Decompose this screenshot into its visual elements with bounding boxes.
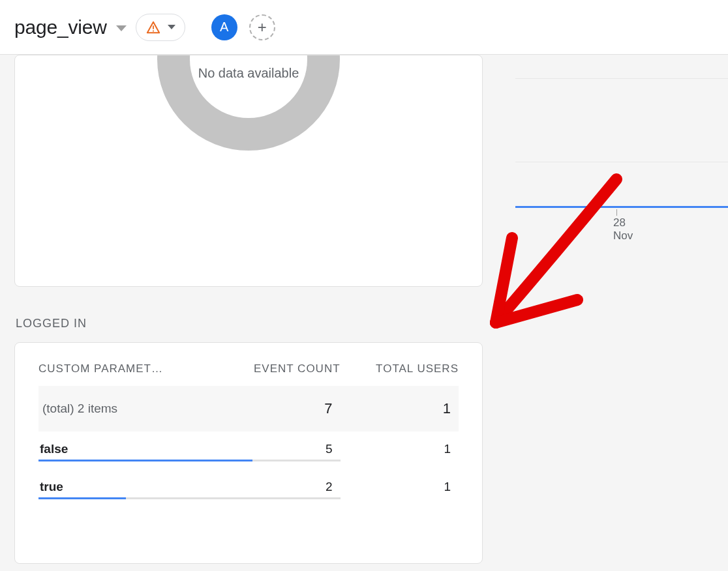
chevron-down-icon bbox=[116, 25, 127, 31]
row-label: false bbox=[38, 432, 217, 458]
donut-card: No data available bbox=[14, 55, 483, 287]
row-bar-fill bbox=[38, 497, 126, 499]
svg-rect-0 bbox=[153, 25, 154, 29]
chevron-down-icon bbox=[168, 25, 175, 29]
col-header-total-users[interactable]: TOTAL USERS bbox=[341, 362, 459, 386]
audience-badge[interactable]: A bbox=[211, 14, 237, 40]
table-totals-row: (total) 2 items 7 1 bbox=[38, 386, 459, 432]
table-row-bar bbox=[38, 458, 459, 469]
row-bar-track bbox=[38, 497, 341, 499]
logged-in-card: CUSTOM PARAMET… EVENT COUNT TOTAL USERS … bbox=[14, 342, 483, 564]
row-bar-track bbox=[38, 460, 341, 461]
trend-card: 28 Nov bbox=[483, 55, 728, 564]
col-header-event-count[interactable]: EVENT COUNT bbox=[217, 362, 341, 386]
svg-rect-1 bbox=[153, 30, 154, 31]
table-row[interactable]: false 5 1 bbox=[38, 432, 459, 458]
page-header: page_view A + bbox=[0, 0, 728, 55]
plus-icon: + bbox=[258, 20, 267, 35]
row-event-count: 5 bbox=[217, 432, 341, 458]
audience-badge-letter: A bbox=[220, 20, 228, 35]
event-name: page_view bbox=[14, 16, 107, 38]
table-row[interactable]: true 2 1 bbox=[38, 469, 459, 495]
row-total-users: 1 bbox=[341, 432, 459, 458]
totals-total-users: 1 bbox=[341, 386, 459, 432]
comparison-chip[interactable] bbox=[136, 14, 185, 41]
x-tick-day: 28 bbox=[613, 216, 626, 229]
add-comparison-button[interactable]: + bbox=[249, 14, 275, 40]
donut-empty-text: No data available bbox=[198, 66, 299, 81]
row-total-users: 1 bbox=[341, 469, 459, 495]
table-row-bar bbox=[38, 495, 459, 507]
totals-label: (total) 2 items bbox=[38, 386, 217, 432]
row-bar-fill bbox=[38, 460, 252, 461]
grid-line bbox=[515, 162, 728, 162]
totals-event-count: 7 bbox=[217, 386, 341, 432]
section-title-logged-in: LOGGED IN bbox=[16, 317, 483, 330]
row-label: true bbox=[38, 469, 217, 495]
x-tick-month: Nov bbox=[613, 229, 633, 242]
x-tick-label: 28 Nov bbox=[613, 216, 633, 242]
row-event-count: 2 bbox=[217, 469, 341, 495]
logged-in-table: CUSTOM PARAMET… EVENT COUNT TOTAL USERS … bbox=[38, 362, 459, 507]
col-header-custom-param[interactable]: CUSTOM PARAMET… bbox=[38, 362, 217, 386]
event-selector[interactable]: page_view bbox=[14, 16, 127, 38]
grid-line bbox=[515, 78, 728, 79]
trend-line bbox=[515, 206, 728, 208]
x-tick bbox=[616, 209, 617, 216]
warning-triangle-icon bbox=[145, 20, 161, 35]
